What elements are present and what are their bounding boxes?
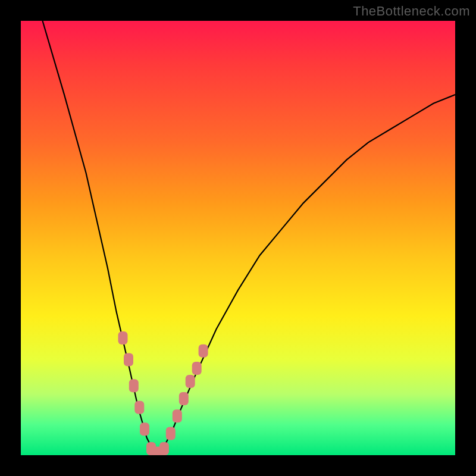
data-marker	[159, 442, 169, 455]
chart-frame: TheBottleneck.com	[0, 0, 476, 476]
data-marker	[134, 401, 144, 414]
data-marker	[192, 362, 202, 375]
data-marker	[140, 422, 149, 436]
bottleneck-curve	[43, 21, 456, 455]
data-marker	[124, 353, 133, 366]
data-marker	[166, 427, 176, 440]
data-marker	[129, 379, 139, 392]
data-marker	[173, 409, 182, 422]
plot-area	[21, 21, 455, 455]
data-marker	[199, 345, 208, 358]
marker-group	[118, 331, 208, 455]
data-marker	[179, 392, 189, 405]
data-marker	[118, 331, 128, 345]
curve-layer	[21, 21, 455, 455]
data-marker	[186, 375, 195, 388]
attribution-text: TheBottleneck.com	[353, 4, 470, 19]
